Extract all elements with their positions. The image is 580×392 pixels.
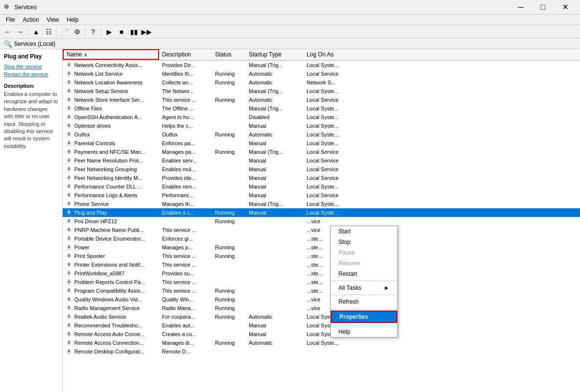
table-row[interactable]: Outfox Outfox Running Automatic Local Sy… [63, 130, 580, 139]
table-row[interactable]: Peer Networking Identity M... Provides i… [63, 174, 580, 182]
toolbar-show-hide[interactable]: ☷ [43, 26, 54, 38]
service-status [212, 195, 246, 196]
app-icon: ⚙ [4, 3, 12, 11]
toolbar-pause[interactable]: ▮▮ [128, 26, 140, 38]
table-row[interactable]: Quality Windows Audio Vid... Quality Win… [63, 295, 580, 304]
table-row[interactable]: Peer Name Resolution Prot... Enables ser… [63, 156, 580, 165]
service-name: Print Spooler [63, 252, 159, 260]
address-text: Services (Local) [14, 41, 55, 47]
table-row[interactable]: Remote Access Connection... Manages di..… [63, 338, 580, 347]
table-row[interactable]: Performance Counter DLL ... Enables rem.… [63, 182, 580, 191]
col-header-status[interactable]: Status [212, 50, 246, 59]
service-name: Pml Driver HPZ12 [63, 217, 159, 225]
sep2 [56, 27, 57, 37]
toolbar-up[interactable]: ▲ [30, 26, 42, 38]
context-menu-item-properties[interactable]: Properties [331, 311, 397, 323]
service-startup: Manual [246, 192, 304, 199]
toolbar-restart[interactable]: ▶▶ [141, 26, 152, 38]
close-button[interactable]: ✕ [554, 0, 576, 14]
table-row[interactable]: Network Location Awareness Collects an..… [63, 78, 580, 87]
context-menu-item-start[interactable]: Start [331, 226, 397, 237]
context-menu-item-all-tasks[interactable]: All Tasks► [331, 283, 397, 293]
service-logon: Local Syste... [304, 105, 352, 112]
menu-view[interactable]: View [43, 15, 63, 24]
context-menu-item-help[interactable]: Help [331, 326, 397, 337]
title-bar: ⚙ Services ─ □ ✕ [0, 0, 580, 14]
table-row[interactable]: Radio Management Service Radio Mana... R… [63, 304, 580, 312]
service-desc: Helps the c... [159, 122, 212, 129]
toolbar-properties[interactable]: ⚙ [71, 26, 83, 38]
service-startup [246, 290, 304, 291]
service-status [212, 186, 246, 187]
col-header-desc[interactable]: Description [159, 50, 212, 59]
table-row[interactable]: Realtek Audio Service For coopera... Run… [63, 312, 580, 321]
table-row[interactable]: Phone Service Manages th... Manual (Trig… [63, 200, 580, 208]
service-status [212, 334, 246, 335]
service-name: Network Location Awareness [63, 79, 159, 86]
service-name: Optimize drives [63, 122, 159, 130]
services-list[interactable]: Network Connectivity Assis... Provides D… [63, 61, 580, 392]
table-row[interactable]: Network Setup Service The Networ... Manu… [63, 87, 580, 95]
service-startup: Automatic [246, 313, 304, 320]
maximize-button[interactable]: □ [532, 0, 554, 14]
left-panel-title: Plug and Play [4, 53, 58, 60]
table-row[interactable]: Peer Networking Grouping Enables mul... … [63, 165, 580, 174]
toolbar-back[interactable]: ← [2, 26, 13, 38]
toolbar-play[interactable]: ▶ [103, 26, 115, 38]
table-row[interactable]: OpenSSH Authentication A... Agent to ho.… [63, 113, 580, 122]
table-row[interactable]: Plug and Play Enables a c... Running Man… [63, 208, 580, 217]
table-row[interactable]: Offline Files The Offline ... Manual (Tr… [63, 104, 580, 113]
table-row[interactable]: PNRP Machine Name Publi... This service … [63, 226, 580, 234]
table-row[interactable]: Remote Access Auto Conne... Creates a co… [63, 330, 580, 338]
restart-service-link[interactable]: Restart the service [4, 71, 58, 77]
service-logon: Local Service [304, 175, 352, 181]
service-name: Network Store Interface Ser... [63, 96, 159, 104]
service-desc: The Offline ... [159, 105, 212, 112]
menu-action[interactable]: Action [19, 15, 42, 24]
table-row[interactable]: Performance Logs & Alerts Performanc... … [63, 191, 580, 200]
table-row[interactable]: Print Spooler This service ... Running .… [63, 252, 580, 260]
sep4 [101, 27, 101, 37]
service-startup: Manual (Trig... [246, 88, 304, 95]
table-row[interactable]: Parental Controls Enforces pa... Manual … [63, 139, 580, 148]
service-status [212, 351, 246, 352]
menu-help[interactable]: Help [63, 15, 83, 24]
col-header-startup[interactable]: Startup Type [246, 50, 304, 59]
toolbar: ← → ▲ ☷ 📄 ⚙ ? ▶ ■ ▮▮ ▶▶ [0, 25, 580, 39]
table-row[interactable]: Recommended Troublesho... Enables aut...… [63, 321, 580, 330]
table-row[interactable]: Payments and NFC/SE Man... Manages pa...… [63, 148, 580, 156]
table-row[interactable]: Portable Device Enumerator... Enforces g… [63, 234, 580, 243]
toolbar-help[interactable]: ? [87, 26, 99, 38]
minimize-button[interactable]: ─ [510, 0, 532, 14]
table-row[interactable]: PrintWorkflow_a5987 Provides su... ...st… [63, 269, 580, 278]
service-status: Running [212, 339, 246, 346]
table-row[interactable]: Problem Reports Control Pa... This servi… [63, 278, 580, 286]
context-menu-item-stop[interactable]: Stop [331, 237, 397, 247]
service-startup: Manual [246, 183, 304, 190]
context-menu-item-refresh[interactable]: Refresh [331, 297, 397, 307]
table-row[interactable]: Network Connectivity Assis... Provides D… [63, 61, 580, 69]
table-row[interactable]: Power Manages p... Running ...ste... [63, 243, 580, 252]
table-row[interactable]: Pml Driver HPZ12 Running ...vice [63, 217, 580, 226]
col-header-logon[interactable]: Log On As [304, 50, 352, 59]
table-row[interactable]: Network List Service Identifies th... Ru… [63, 69, 580, 78]
toolbar-stop[interactable]: ■ [116, 26, 127, 38]
table-row[interactable]: Program Compatibility Assis... This serv… [63, 286, 580, 295]
service-status [212, 117, 246, 118]
table-row[interactable]: Optimize drives Helps the c... Manual Lo… [63, 122, 580, 130]
sep1 [28, 27, 28, 37]
table-row[interactable]: Remote Desktop Configurat... Remote D... [63, 347, 580, 356]
sep3 [85, 27, 85, 37]
stop-service-link[interactable]: Stop the service [4, 64, 58, 69]
toolbar-new[interactable]: 📄 [59, 26, 70, 38]
col-header-name[interactable]: Name ∧ [63, 49, 159, 60]
service-startup: Manual (Trig... [246, 149, 304, 155]
service-status [212, 125, 246, 126]
toolbar-forward[interactable]: → [14, 26, 26, 38]
table-row[interactable]: Network Store Interface Ser... This serv… [63, 95, 580, 104]
table-row[interactable]: Printer Extensions and Notif... This ser… [63, 260, 580, 269]
service-status: Running [212, 296, 246, 303]
menu-file[interactable]: File [2, 15, 19, 24]
service-name: Parental Controls [63, 139, 159, 147]
context-menu-item-restart[interactable]: Restart [331, 269, 397, 279]
